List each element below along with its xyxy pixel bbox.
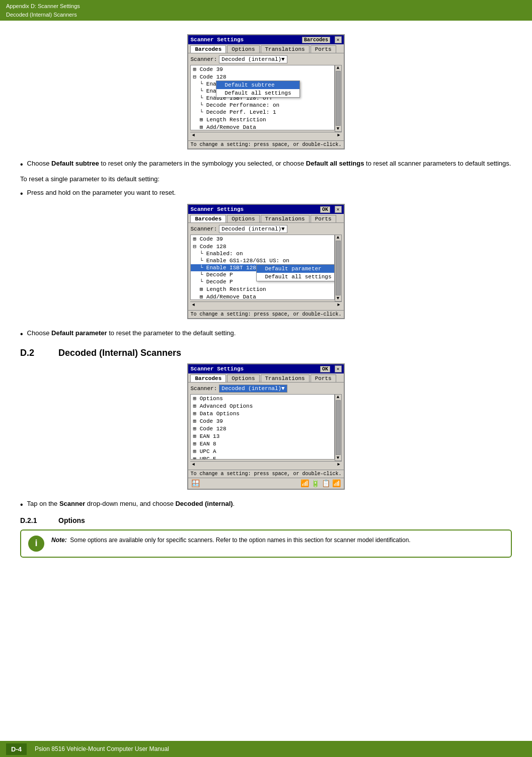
tab-translations-2[interactable]: Translations — [261, 215, 310, 222]
scroll-thumb-2 — [336, 241, 341, 295]
section-num-d2: D.2 — [20, 348, 50, 358]
tab-ports-3[interactable]: Ports — [311, 374, 336, 382]
main-content: Scanner Settings Barcodes ✕ Barcodes Opt… — [0, 21, 532, 741]
taskbar-icon-2: 🔋 — [311, 479, 320, 488]
tab-barcodes-3[interactable]: Barcodes — [190, 374, 226, 382]
list-item: └ Enabled: on — [191, 250, 334, 257]
header-line2: Decoded (Internal) Scanners — [6, 11, 526, 19]
scanner-listbox-container-3: ⊞ Options ⊞ Advanced Options ⊞ Data Opti… — [190, 394, 341, 461]
scanner-window-1: Scanner Settings Barcodes ✕ Barcodes Opt… — [187, 34, 344, 149]
scanner-dropdown-value-2: Decoded (internal) — [221, 226, 281, 232]
scanner-status-2: To change a setting: press space, or dou… — [188, 310, 343, 318]
context-menu-1: Default subtree Default all settings — [216, 81, 299, 98]
list-item: ⊞ Options — [191, 395, 334, 402]
scroll-left-1[interactable]: ◄ — [190, 132, 196, 138]
scanner-scanner-row-2: Scanner: Decoded (internal) ▼ — [190, 225, 341, 233]
list-item: ⊞ Add/Remove Data — [191, 293, 334, 300]
scanner-dropdown-1[interactable]: Decoded (internal) ▼ — [219, 55, 287, 63]
scanner-label-1: Scanner: — [190, 56, 217, 62]
list-item: ⊞ Code 39 — [191, 65, 334, 73]
scroll-up-3[interactable]: ▲ — [335, 395, 341, 400]
scrollbar-3[interactable]: ▲ ▼ — [335, 394, 342, 461]
close-button-1[interactable]: ✕ — [335, 36, 342, 43]
scroll-left-3[interactable]: ◄ — [190, 462, 196, 468]
text-1: Choose Default subtree to reset only the… — [27, 160, 511, 167]
scrollbar-2[interactable]: ▲ ▼ — [335, 235, 342, 301]
header-bar: Appendix D: Scanner Settings Decoded (In… — [0, 0, 532, 21]
list-item: └ Decode Perf. Level: 1 — [191, 109, 334, 116]
list-item-with-menu-2: └ Enable ISBT 128: off Default parameter… — [191, 264, 334, 271]
taskbar-icon-4: 📶 — [332, 479, 341, 488]
scroll-right-1[interactable]: ► — [336, 132, 341, 138]
ok-button-1[interactable]: Barcodes — [302, 37, 330, 43]
scanner-tabs-3: Barcodes Options Translations Ports — [188, 373, 343, 383]
ok-button-3[interactable]: OK — [320, 366, 330, 372]
scanner-titlebar-3: Scanner Settings OK ✕ — [188, 364, 343, 373]
tab-ports-2[interactable]: Ports — [311, 215, 336, 222]
scroll-down-1[interactable]: ▼ — [335, 126, 341, 131]
scroll-down-3[interactable]: ▼ — [335, 456, 341, 461]
section-title-d2: Decoded (Internal) Scanners — [58, 348, 181, 358]
scanner-body-3: Scanner: Decoded (internal) ▼ ⊞ Options … — [188, 383, 343, 470]
taskbar-icon-3: 📋 — [322, 479, 330, 488]
ctx-menu-item-default-all-settings[interactable]: Default all settings — [216, 89, 299, 97]
scanner-body-1: Scanner: Decoded (internal) ▼ ⊞ Code 39 … — [188, 53, 343, 140]
scanner-image-1: Scanner Settings Barcodes ✕ Barcodes Opt… — [20, 34, 512, 155]
text-bold-2: Default all settings — [306, 160, 364, 167]
list-item: └ Decode Performance: on — [191, 102, 334, 109]
scanner-dropdown-2[interactable]: Decoded (internal) ▼ — [219, 225, 287, 233]
scroll-right-2[interactable]: ► — [336, 302, 341, 308]
tab-options-1[interactable]: Options — [227, 45, 259, 53]
scroll-left-2[interactable]: ◄ — [190, 302, 196, 308]
scrollbar-1[interactable]: ▲ ▼ — [335, 65, 342, 132]
scanner-listbox-container-1: ⊞ Code 39 ⊟ Code 128 └ Ena └ Ena Default… — [190, 65, 341, 132]
scanner-listbox-3[interactable]: ⊞ Options ⊞ Advanced Options ⊞ Data Opti… — [190, 394, 334, 460]
tab-ports-1[interactable]: Ports — [311, 45, 336, 53]
tab-options-3[interactable]: Options — [227, 374, 259, 382]
ctx-menu-item-default-subtree[interactable]: Default subtree — [216, 81, 299, 89]
text-bold-3: Default parameter — [51, 329, 107, 337]
scanner-listbox-2[interactable]: ⊞ Code 39 ⊟ Code 128 └ Enabled: on └ Ena… — [190, 235, 334, 300]
tab-options-2[interactable]: Options — [227, 215, 259, 222]
start-icon[interactable]: 🪟 — [191, 479, 200, 488]
footer-page-label: D-4 — [6, 743, 27, 755]
close-button-3[interactable]: ✕ — [335, 365, 342, 372]
list-item: ⊞ Advanced Options — [191, 402, 334, 410]
tab-barcodes-1[interactable]: Barcodes — [190, 45, 226, 53]
note-body: Some options are available only for spec… — [70, 537, 410, 544]
note-label: Note: — [51, 537, 67, 544]
scanner-hscroll-2: ◄ ► — [190, 301, 341, 308]
scroll-up-1[interactable]: ▲ — [335, 65, 341, 70]
bullet-2: • — [20, 189, 23, 199]
bullet-3: • — [20, 329, 23, 340]
subsection-heading-d21: D.2.1 Options — [20, 516, 512, 524]
tab-barcodes-2[interactable]: Barcodes — [190, 215, 226, 222]
taskbar: 🪟 📶 🔋 📋 📶 — [188, 478, 343, 489]
scroll-up-2[interactable]: ▲ — [335, 235, 341, 240]
hscroll-track-3 — [196, 462, 336, 468]
tab-translations-1[interactable]: Translations — [261, 45, 310, 53]
footer-bar: D-4 Psion 8516 Vehicle-Mount Computer Us… — [0, 741, 532, 757]
tab-translations-3[interactable]: Translations — [261, 374, 310, 382]
scanner-dropdown-3[interactable]: Decoded (internal) ▼ — [219, 385, 287, 393]
list-item: ⊞ Code 39 — [191, 235, 334, 243]
list-item: ⊟ Code 128 — [191, 73, 334, 81]
dropdown-arrow-2: ▼ — [281, 226, 285, 232]
ok-button-2[interactable]: OK — [320, 206, 330, 213]
ctx-menu-item-default-all-settings-2[interactable]: Default all settings — [257, 273, 334, 281]
text-block-3: • Press and hold on the parameter you wa… — [20, 189, 512, 199]
subsection-num-d21: D.2.1 — [20, 516, 50, 524]
text-bold-scanner: Scanner — [59, 500, 85, 507]
close-button-2[interactable]: ✕ — [335, 206, 342, 213]
scanner-listbox-1[interactable]: ⊞ Code 39 ⊟ Code 128 └ Ena └ Ena Default… — [190, 65, 334, 130]
section-heading-d2: D.2 Decoded (Internal) Scanners — [20, 348, 512, 358]
list-item: └ Ena — [191, 81, 218, 88]
ctx-menu-item-default-parameter[interactable]: Default parameter — [257, 265, 334, 273]
footer-title: Psion 8516 Vehicle-Mount Computer User M… — [35, 745, 169, 752]
scroll-down-2[interactable]: ▼ — [335, 296, 341, 301]
text-4: Choose Default parameter to reset the pa… — [27, 329, 236, 337]
text-5: Tap on the Scanner drop-down menu, and c… — [27, 500, 235, 507]
scanner-image-3: Scanner Settings OK ✕ Barcodes Options T… — [20, 363, 512, 495]
text-block-1: • Choose Default subtree to reset only t… — [20, 160, 512, 170]
scroll-right-3[interactable]: ► — [336, 462, 341, 468]
